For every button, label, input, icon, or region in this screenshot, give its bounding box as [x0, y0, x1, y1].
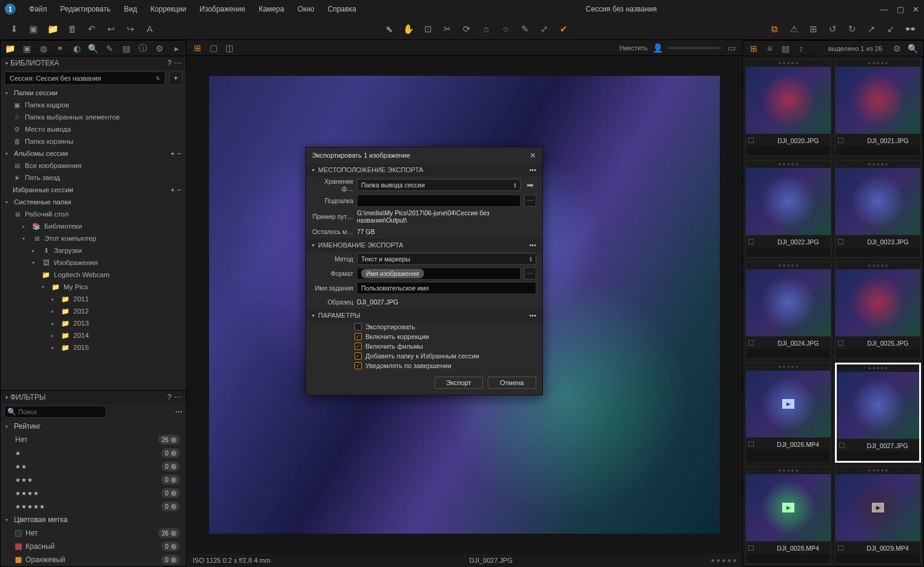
browser-filmstrip-icon[interactable]: ▤	[779, 42, 791, 55]
color-orange[interactable]: Оранжевый0	[1, 553, 186, 566]
zoom-box-icon[interactable]: ▭	[725, 42, 737, 54]
format-field[interactable]: Имя изображения	[357, 267, 520, 280]
view-split-icon[interactable]: ◫	[223, 42, 235, 54]
heal-icon[interactable]: ✔	[559, 24, 570, 35]
check-export[interactable]: Экспортировать	[306, 322, 542, 332]
tab-color-icon[interactable]: ⚭	[54, 42, 65, 55]
selects-folder[interactable]: ☆Папка выбранных элементов	[1, 111, 186, 123]
rating-5[interactable]: ★★★★★0	[1, 500, 186, 513]
help-icon[interactable]: ?	[167, 59, 171, 67]
thumbnail[interactable]: DJI_0023.JPG	[835, 160, 921, 258]
rotate-icon[interactable]: ⟳	[462, 24, 473, 35]
rating-2[interactable]: ★★0	[1, 460, 186, 473]
images-folder[interactable]: ▾🖼Изображения	[1, 257, 186, 269]
glasses-icon[interactable]: 👓	[905, 24, 916, 35]
camera-icon[interactable]: ▣	[28, 24, 39, 35]
color-red[interactable]: Красный0	[1, 540, 186, 553]
naming-menu-icon[interactable]: •••	[529, 241, 536, 249]
zoom-icon[interactable]: ⊡	[423, 24, 434, 35]
year-2012[interactable]: ▸📁2012	[1, 305, 186, 317]
tab-library-icon[interactable]: 📁	[4, 42, 16, 55]
search-input[interactable]	[4, 406, 106, 418]
rating-3[interactable]: ★★★0	[1, 473, 186, 486]
collapse-icon[interactable]: ↙	[885, 24, 896, 35]
tab-edit-icon[interactable]: ✎	[104, 42, 116, 55]
menu-Файл[interactable]: Файл	[23, 2, 53, 16]
goto-folder-icon[interactable]: ➡	[524, 179, 536, 191]
thumbnail[interactable]: DJI_0027.JPG	[835, 363, 921, 463]
check-corrections[interactable]: ✓Включить коррекции	[306, 332, 542, 341]
grid-icon[interactable]: ⊞	[808, 24, 819, 35]
undo-icon[interactable]: ↶	[86, 24, 97, 35]
close-icon[interactable]: ✕	[912, 5, 919, 14]
libraries-folder[interactable]: ▸📚Библиотеки	[1, 220, 186, 232]
tab-exposure-icon[interactable]: ◐	[71, 42, 82, 55]
rating-1[interactable]: ★0	[1, 446, 186, 460]
cursor-icon[interactable]: ⬉	[384, 24, 395, 35]
check-favorites[interactable]: ✓Добавить папку к Избранным сессии	[306, 351, 542, 361]
thumbnail[interactable]: ▶DJI_0028.MP4	[745, 466, 831, 564]
this-pc[interactable]: ▾🖥Этот компьютер	[1, 232, 186, 244]
browser-grid-icon[interactable]: ⊞	[748, 42, 760, 55]
year-2014[interactable]: ▸📁2014	[1, 329, 186, 341]
menu-Справка[interactable]: Справка	[322, 2, 362, 16]
undo2-icon[interactable]: ↩	[105, 24, 116, 35]
capture-folder[interactable]: ▣Папка кадров	[1, 99, 186, 111]
hand-icon[interactable]: ✋	[404, 24, 414, 35]
format-menu-icon[interactable]: ⋯	[524, 267, 536, 280]
browser-filter-icon[interactable]: ⚙	[891, 42, 903, 55]
jobname-input[interactable]	[357, 282, 536, 294]
expand-icon[interactable]: ↗	[866, 24, 877, 35]
five-stars[interactable]: ★Пять звезд	[1, 172, 186, 184]
session-selector[interactable]: Сессия: Сессия без названия ⇅	[4, 72, 165, 85]
menu-Вид[interactable]: Вид	[118, 2, 143, 16]
albums-label[interactable]: Альбомы сессии	[14, 150, 68, 157]
view-grid-icon[interactable]: ⊞	[191, 42, 204, 54]
maximize-icon[interactable]: ▢	[897, 5, 904, 14]
method-select[interactable]: Текст и маркеры▴▾	[357, 253, 536, 265]
zoom-slider[interactable]	[667, 47, 722, 49]
thumbnail[interactable]: DJI_0024.JPG	[745, 261, 831, 359]
color-label-title[interactable]: Цветовая метка	[14, 515, 67, 524]
spot-icon[interactable]: ○	[500, 24, 511, 35]
menu-Окно[interactable]: Окно	[291, 2, 321, 16]
rating-none[interactable]: Нет26	[1, 433, 186, 446]
view-single-icon[interactable]: ▢	[207, 42, 219, 54]
desktop-folder[interactable]: 🖥Рабочий стол	[1, 208, 186, 220]
import-icon[interactable]: ⬇	[8, 24, 19, 35]
dialog-close-icon[interactable]: ✕	[530, 151, 536, 160]
tab-meta-icon[interactable]: ▤	[121, 42, 132, 55]
minimize-icon[interactable]: —	[880, 5, 888, 14]
brush-icon[interactable]: ✎	[520, 24, 531, 35]
browser-search-icon[interactable]: 🔍	[906, 42, 919, 55]
layers-icon[interactable]: ⧉	[769, 24, 780, 35]
picker-icon[interactable]: ⤢	[539, 24, 550, 35]
subfolder-input[interactable]	[357, 195, 520, 207]
cancel-button[interactable]: Отмена	[488, 377, 536, 389]
warning-icon[interactable]: ⚠	[788, 24, 799, 35]
search-menu-icon[interactable]: ⋯	[175, 408, 182, 416]
tab-proof-icon[interactable]: ▸	[171, 42, 182, 55]
menu-Редактировать[interactable]: Редактировать	[55, 2, 117, 16]
fit-label[interactable]: Уместить	[619, 44, 648, 52]
thumbnail[interactable]: DJI_0022.JPG	[745, 160, 831, 258]
keystone-icon[interactable]: ⌂	[481, 24, 492, 35]
browser-sort-icon[interactable]: ↕	[795, 42, 807, 55]
rating-4[interactable]: ★★★★0	[1, 486, 186, 500]
crop-icon[interactable]: ✂	[442, 24, 453, 35]
tab-search-icon[interactable]: 🔍	[87, 42, 99, 55]
year-2015[interactable]: ▸📁2015	[1, 341, 186, 354]
tab-info-icon[interactable]: ⓘ	[138, 42, 149, 55]
store-select[interactable]: Папка вывода сессии▴▾	[357, 179, 520, 191]
thumbnail[interactable]: DJI_0021.JPG	[835, 59, 921, 156]
library-menu-icon[interactable]: ⋯	[174, 59, 181, 67]
thumbnail[interactable]: ▶DJI_0026.MP4	[745, 363, 831, 463]
mypics-folder[interactable]: ▾📁My Pics	[1, 281, 186, 293]
year-2011[interactable]: ▸📁2011	[1, 293, 186, 305]
tab-gear-icon[interactable]: ⚙	[154, 42, 165, 55]
text-icon[interactable]: A	[144, 24, 155, 35]
thumbnail[interactable]: ▶DJI_0029.MP4	[835, 466, 921, 564]
params-menu-icon[interactable]: •••	[529, 312, 536, 319]
check-movies[interactable]: ✓Включить фильмы	[306, 341, 542, 351]
redo-icon[interactable]: ↪	[125, 24, 136, 35]
